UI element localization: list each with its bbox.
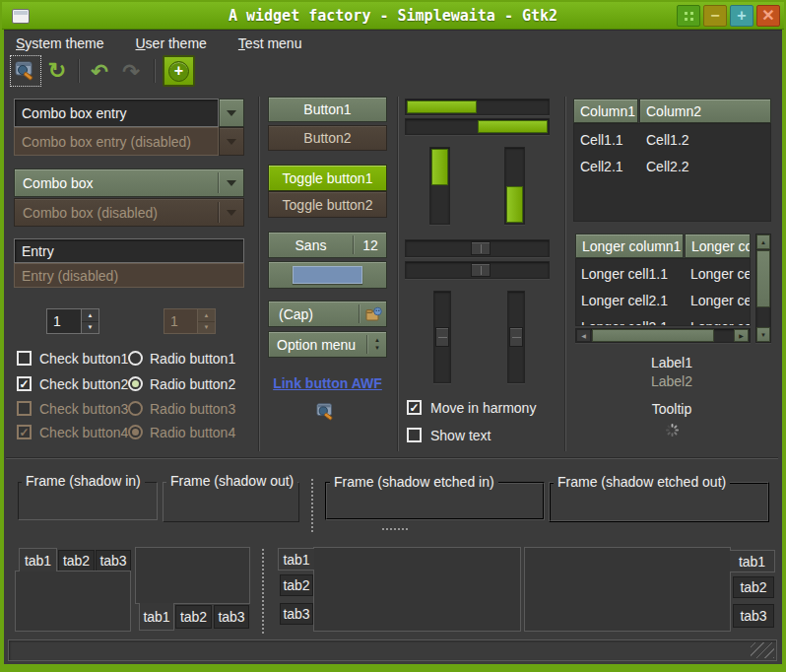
table-cell[interactable]: Longer cell3.1 (581, 319, 668, 326)
add-button[interactable]: + (163, 55, 195, 87)
entry-field-disabled: Entry (disabled) (14, 263, 244, 288)
table2-header-column2[interactable]: Longer column2 (685, 234, 751, 258)
font-size: 12 (355, 237, 386, 253)
notebook3-tab1[interactable]: tab1 (278, 548, 314, 571)
shade-button[interactable] (677, 5, 700, 27)
scale-handle[interactable] (509, 327, 523, 347)
font-button[interactable]: Sans 12 (268, 232, 387, 258)
notebook4-tab3[interactable]: tab3 (733, 604, 774, 628)
scale-handle[interactable] (471, 241, 491, 255)
spin-up-button[interactable]: ▲ (82, 309, 98, 322)
scroll-right-icon: ▶ (739, 333, 744, 339)
spin-up-icon: ▲ (88, 312, 94, 318)
check-radio-row: Check button3 Radio button3 (14, 401, 255, 418)
column-separator (397, 97, 399, 451)
resize-grip[interactable] (751, 642, 774, 658)
menu-system-theme[interactable]: System theme (14, 34, 105, 53)
refresh-button[interactable]: ↻ (43, 57, 71, 85)
entry-field[interactable]: Entry (14, 238, 244, 263)
notebook1-tab1[interactable]: tab1 (19, 548, 57, 571)
table-cell[interactable]: Longer cell1.1 (581, 266, 668, 282)
scrollbar-thumb[interactable] (756, 250, 770, 307)
scroll-right-button[interactable]: ▶ (734, 329, 749, 342)
spin-down-button[interactable]: ▼ (82, 322, 98, 334)
button1[interactable]: Button1 (268, 97, 387, 122)
vertical-scrollbar[interactable]: ▲ ▼ (755, 234, 771, 343)
spinner-icon (665, 423, 680, 437)
scale-vertical-1[interactable] (433, 291, 451, 383)
notebook2-tab2[interactable]: tab2 (175, 605, 212, 629)
scale-handle[interactable] (435, 327, 449, 347)
awf-tool-button[interactable] (12, 57, 39, 85)
move-in-harmony-label: Move in harmony (430, 400, 536, 416)
close-button[interactable]: ✕ (756, 5, 780, 27)
notebook4-tab2[interactable]: tab2 (733, 576, 774, 598)
show-text-checkbox[interactable] (407, 428, 422, 442)
radio-3-label: Radio button3 (150, 401, 235, 417)
notebook3-tab2[interactable]: tab2 (280, 574, 313, 596)
spin-button[interactable]: 1 ▲ ▼ (46, 308, 99, 334)
notebook1-tab3[interactable]: tab3 (96, 550, 131, 571)
table2-header-column1[interactable]: Longer column1 (575, 234, 684, 258)
table-cell[interactable]: Cell2.1 (580, 159, 623, 174)
option-menu[interactable]: Option menu ▲▼ (268, 331, 387, 358)
undo-button[interactable]: ↶ (86, 57, 113, 85)
combo-box-entry-arrow-button[interactable] (219, 99, 244, 127)
chevron-down-icon (227, 180, 236, 186)
cap-button[interactable]: (Cap) (268, 301, 387, 327)
scroll-left-button[interactable]: ◀ (576, 329, 591, 342)
combo-box-entry-disabled: Combo box entry (disabled) (14, 127, 219, 156)
radio-1[interactable] (128, 351, 143, 366)
notebook1-tab2[interactable]: tab2 (58, 550, 95, 571)
notebook2-tab3[interactable]: tab3 (214, 605, 249, 629)
table-cell[interactable]: Longer cell3.2 (690, 319, 751, 326)
checkbox-1[interactable] (17, 351, 32, 366)
table-cell[interactable]: Cell1.1 (580, 132, 623, 148)
link-button[interactable]: Link button AWF (268, 375, 387, 391)
scroll-up-button[interactable]: ▲ (756, 235, 770, 249)
table2-body[interactable]: Longer cell1.1 Longer cell1.2 Longer cel… (575, 258, 751, 326)
checkbox-4-label: Check button4 (39, 425, 128, 440)
toggle-button1[interactable]: Toggle button1 (268, 165, 387, 191)
menu-user-theme[interactable]: User theme (133, 34, 208, 53)
notebook3-tab3[interactable]: tab3 (280, 603, 313, 625)
scroll-down-button[interactable]: ▼ (756, 327, 770, 342)
radio-dot (132, 380, 139, 387)
minimize-button[interactable]: − (703, 5, 727, 27)
radio-2[interactable] (128, 376, 143, 391)
move-in-harmony-checkbox[interactable]: ✓ (407, 400, 422, 415)
table-cell[interactable]: Longer cell2.1 (581, 293, 668, 308)
progress-fill (431, 149, 448, 185)
radio-3 (128, 401, 143, 416)
table-cell[interactable]: Cell2.2 (646, 159, 689, 174)
scale-horizontal-2[interactable] (405, 261, 550, 279)
check-radio-row: ✓ Check button4 Radio button4 (14, 425, 255, 441)
notebook4-tab1[interactable]: tab1 (730, 550, 775, 572)
check-icon: ✓ (19, 427, 29, 438)
notebook2-tab1[interactable]: tab1 (139, 603, 174, 631)
table1-body[interactable]: Cell1.1 Cell1.2 Cell2.1 Cell2.2 (573, 123, 771, 222)
horizontal-scrollbar[interactable]: ◀ ▶ (575, 328, 751, 343)
column-separator (258, 97, 260, 451)
scroll-down-icon: ▼ (760, 332, 766, 338)
table-cell[interactable]: Longer cell1.2 (690, 266, 751, 282)
scrollbar-thumb[interactable] (592, 329, 714, 342)
checkbox-2[interactable]: ✓ (17, 376, 32, 391)
chevron-down-icon (227, 139, 236, 145)
color-button[interactable] (268, 261, 387, 289)
scale-horizontal-1[interactable] (405, 239, 550, 257)
combo-box[interactable]: Combo box (14, 168, 244, 197)
toggle-button2: Toggle button2 (268, 191, 387, 218)
checkbox-4: ✓ (17, 425, 32, 439)
table1-header-column1[interactable]: Column1 (573, 99, 638, 123)
menu-test-menu[interactable]: Test menu (236, 34, 304, 53)
table-cell[interactable]: Cell1.2 (646, 132, 689, 148)
combo-box-entry[interactable]: Combo box entry (14, 99, 219, 127)
maximize-button[interactable]: + (730, 5, 753, 27)
scale-vertical-2[interactable] (507, 291, 525, 383)
progress-fill (478, 120, 548, 133)
table-cell[interactable]: Longer cell2.2 (690, 293, 751, 308)
titlebar[interactable]: A widget factory - Simplewaita - Gtk2 − … (2, 2, 784, 30)
table1-header-column2[interactable]: Column2 (639, 99, 771, 123)
scale-handle[interactable] (471, 263, 491, 277)
